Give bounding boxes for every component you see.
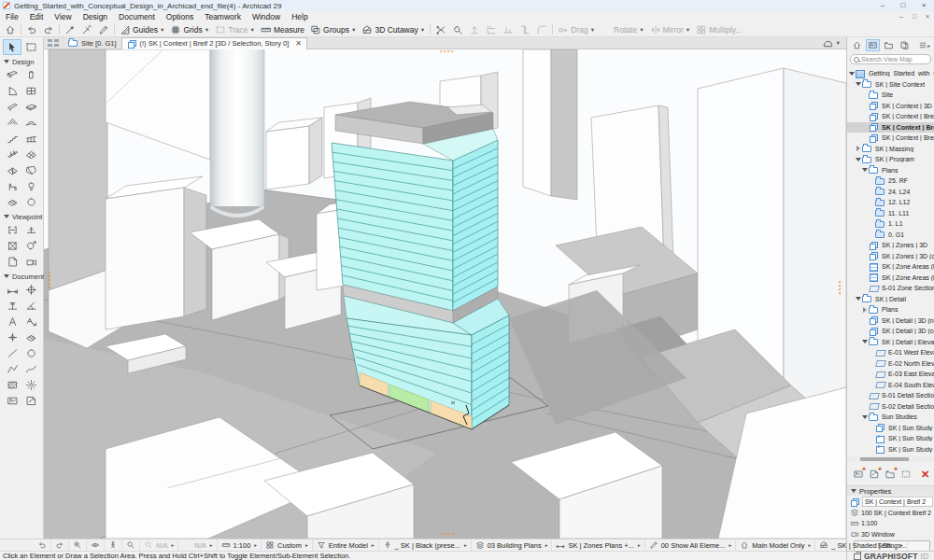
- menu-item[interactable]: Design: [78, 11, 113, 22]
- expander-icon[interactable]: [855, 146, 862, 151]
- fill-tool[interactable]: [21, 329, 40, 345]
- beam-tool[interactable]: [3, 99, 21, 115]
- doc-minimize-button[interactable]: –: [895, 11, 908, 22]
- property-window-type[interactable]: 3D Window: [847, 529, 934, 540]
- maximize-button[interactable]: □: [893, 0, 913, 11]
- view-map-item[interactable]: S-01 Detail Section 01: [847, 390, 934, 401]
- view-map-item[interactable]: E-04 South Elevation: [847, 380, 934, 391]
- expander-icon[interactable]: [861, 307, 869, 313]
- expander-icon[interactable]: [855, 79, 862, 89]
- grids-button[interactable]: Grids ▼: [167, 23, 212, 36]
- mesh-tool[interactable]: [21, 147, 40, 162]
- toolbox-section-viewpoint[interactable]: Viewpoint: [0, 210, 43, 222]
- drag-button[interactable]: Drag ▼: [555, 23, 598, 36]
- toolbox-section-design[interactable]: Design: [0, 55, 43, 67]
- menu-item[interactable]: File: [0, 11, 24, 22]
- view-map-item[interactable]: SK | Context | Breif 3: [847, 133, 934, 144]
- marquee-tool[interactable]: [21, 39, 40, 55]
- toolbox-section-document[interactable]: Document: [0, 270, 43, 282]
- railing-tool[interactable]: [21, 131, 40, 147]
- view-map-item[interactable]: 0. G1: [847, 230, 934, 241]
- pop-up-navigator-icon[interactable]: [48, 39, 60, 48]
- pick-up-parameters-button[interactable]: [62, 23, 78, 36]
- structure-display-quick-option[interactable]: Custom ▸: [262, 539, 313, 551]
- spline-tool[interactable]: [21, 361, 40, 377]
- view-map-item[interactable]: Plans: [847, 165, 934, 176]
- scale-quick-option[interactable]: 1:100 ▸: [218, 539, 262, 551]
- groups-button[interactable]: Groups ▼: [307, 23, 359, 36]
- mirror-button[interactable]: Mirror ▼: [647, 23, 694, 36]
- view-map-item[interactable]: SK | Sun Study | Sept 2: [847, 444, 934, 455]
- menu-item[interactable]: Help: [286, 11, 313, 22]
- view-map-item[interactable]: SK | Program: [847, 154, 934, 165]
- elevate-button[interactable]: [466, 23, 483, 36]
- view-map-item[interactable]: SK | Massing: [847, 144, 934, 155]
- view-map-item[interactable]: SK | Context | Breif 1: [847, 111, 934, 122]
- layer-combination-quick-option[interactable]: 03 Building Plans ▸: [472, 539, 553, 551]
- view-map-item[interactable]: E-03 East Elevation: [847, 369, 934, 380]
- trace-button[interactable]: Trace ▼: [212, 23, 258, 36]
- view-map-item[interactable]: SK | Zone Areas (by Cate: [847, 273, 934, 284]
- view-map-item[interactable]: SK | Context | Breif 2: [847, 122, 934, 133]
- morph-tool[interactable]: [21, 162, 40, 178]
- zoom-in-button[interactable]: [69, 539, 87, 551]
- publisher-button[interactable]: [898, 39, 912, 51]
- view-map-item[interactable]: SK | Zones | 3D: [847, 240, 934, 251]
- window-restore-icon[interactable]: [854, 553, 861, 560]
- stair-tool[interactable]: [3, 131, 21, 147]
- view-map-item[interactable]: SK | Zone Areas (by Story): [847, 261, 934, 273]
- worksheet-tool[interactable]: [3, 254, 21, 270]
- view-map-item[interactable]: SK | Site Context: [847, 79, 934, 91]
- zoom-quick-option[interactable]: N/A ▸: [140, 539, 178, 551]
- graphic-override-quick-option[interactable]: 00 Show All Eleme... ▸: [645, 539, 737, 551]
- view-map-item[interactable]: 24. L24: [847, 187, 934, 198]
- filter-elements-quick-option[interactable]: Entire Model ▸: [313, 539, 379, 551]
- view-map-item[interactable]: SK | Zones | 3D (colour): [847, 251, 934, 262]
- view-map-item[interactable]: 1. L1: [847, 218, 934, 230]
- view-map-button[interactable]: [866, 39, 880, 51]
- drawing-tool[interactable]: [21, 393, 40, 409]
- interior-elevation-tool[interactable]: [3, 238, 21, 254]
- expander-icon[interactable]: [861, 337, 869, 346]
- tab-context-breif-2[interactable]: (!) SK | Context | Breif 2 [3D / Selecti…: [121, 37, 308, 49]
- arrow-tool[interactable]: [3, 39, 21, 55]
- intersect-button[interactable]: [517, 23, 533, 36]
- renovation-filter-quick-option[interactable]: Main Model Only ▸: [736, 539, 815, 551]
- clone-folder-button[interactable]: +: [868, 468, 881, 481]
- angle-dimension-tool[interactable]: [21, 298, 40, 314]
- orbit-ccw-button[interactable]: [34, 539, 51, 551]
- menu-item[interactable]: Options: [161, 11, 199, 22]
- measure-button[interactable]: Measure: [258, 23, 307, 36]
- sun-tool[interactable]: [21, 377, 40, 393]
- layout-book-button[interactable]: [882, 39, 896, 51]
- walk-button[interactable]: [105, 539, 122, 551]
- curtain-wall-tool[interactable]: [3, 147, 21, 162]
- tree-horizontal-scrollbar[interactable]: [847, 456, 934, 462]
- view-settings-button[interactable]: [899, 468, 913, 481]
- circle-tool[interactable]: [21, 345, 40, 361]
- slab-tool[interactable]: [21, 99, 40, 115]
- menu-item[interactable]: Edit: [24, 11, 50, 22]
- menu-item[interactable]: Teamwork: [199, 11, 247, 22]
- hatch-tool[interactable]: [3, 377, 21, 393]
- view-map-item[interactable]: 11. L11: [847, 208, 934, 219]
- expander-icon[interactable]: [848, 69, 856, 78]
- view-map-item[interactable]: SK | Detail: [847, 294, 934, 305]
- favorites-button[interactable]: [95, 23, 112, 36]
- view-map-item[interactable]: 12. L12: [847, 197, 934, 208]
- pen-set-quick-option[interactable]: _ SK | Black (prese... ▸: [379, 539, 472, 551]
- opening-tool[interactable]: [21, 194, 40, 210]
- guides-button[interactable]: Guides ▼: [117, 23, 167, 36]
- undo-button[interactable]: [23, 23, 40, 36]
- lamp-tool[interactable]: [21, 178, 40, 194]
- multiply-button[interactable]: Multiply...: [693, 23, 744, 36]
- view-map-item[interactable]: SK | Context | 3D: [847, 101, 934, 112]
- text-tool[interactable]: [3, 314, 21, 329]
- figure-tool[interactable]: [3, 393, 21, 409]
- split-button[interactable]: [432, 23, 449, 36]
- object-tool[interactable]: [3, 178, 21, 194]
- line-tool[interactable]: [3, 345, 21, 361]
- hotspot-tool[interactable]: [3, 329, 21, 345]
- view-map-item[interactable]: E-01 West Elevation: [847, 347, 934, 358]
- section-tool[interactable]: [3, 222, 21, 238]
